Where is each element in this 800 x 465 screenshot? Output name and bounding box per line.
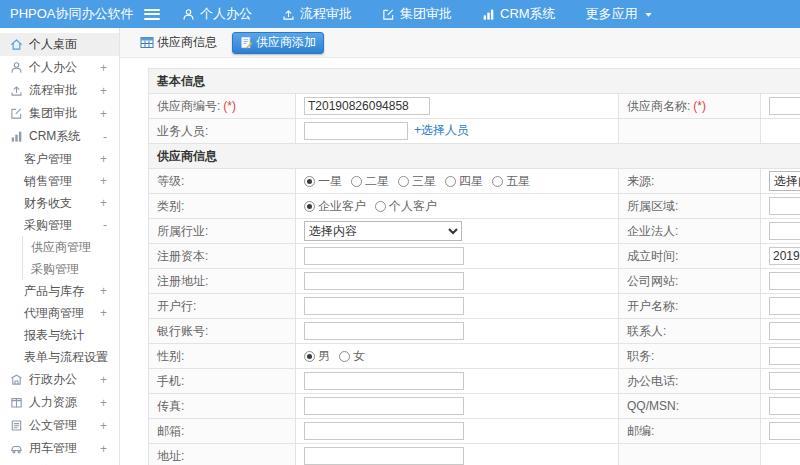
grade-radio-option[interactable]: 二星 bbox=[351, 173, 389, 190]
address-input[interactable] bbox=[304, 447, 464, 465]
radio-icon[interactable] bbox=[339, 351, 350, 362]
top-nav-item[interactable]: 个人办公 bbox=[182, 5, 252, 23]
field-label-cell bbox=[619, 444, 761, 465]
supplier-code-input[interactable] bbox=[304, 97, 430, 115]
form-row: 开户行:开户名称: bbox=[149, 294, 800, 319]
sidebar-item[interactable]: 个人办公+ bbox=[0, 56, 119, 79]
grade-radio-option[interactable]: 五星 bbox=[492, 173, 530, 190]
field-label-cell: 公司网站: bbox=[619, 269, 761, 294]
radio-icon[interactable] bbox=[398, 176, 409, 187]
account-name-input[interactable] bbox=[769, 297, 800, 315]
sidebar-item[interactable]: 表单与流程设置+ bbox=[0, 346, 119, 368]
category-radio-option[interactable]: 企业客户 bbox=[304, 198, 366, 215]
mobile-input[interactable] bbox=[304, 372, 464, 390]
expand-plus-icon[interactable]: + bbox=[100, 61, 107, 75]
sidebar-item-label: 用车管理 bbox=[29, 440, 77, 457]
bank-account-input[interactable] bbox=[304, 322, 464, 340]
sidebar-item[interactable]: 个人桌面 bbox=[0, 33, 119, 56]
radio-icon[interactable] bbox=[445, 176, 456, 187]
expand-plus-icon[interactable]: + bbox=[100, 284, 107, 298]
sidebar-item[interactable]: 报表与统计 bbox=[0, 324, 119, 346]
field-label: 传真: bbox=[157, 399, 184, 413]
expand-plus-icon[interactable]: + bbox=[100, 196, 107, 210]
sidebar-item[interactable]: 客户管理+ bbox=[0, 148, 119, 170]
business-staff-input[interactable] bbox=[304, 122, 408, 140]
registered-capital-input[interactable] bbox=[304, 247, 464, 265]
top-nav-item[interactable]: 集团审批 bbox=[382, 5, 452, 23]
zip-code-input[interactable] bbox=[769, 422, 800, 440]
tab-active[interactable]: 供应商添加 bbox=[232, 32, 324, 54]
office-phone-input[interactable] bbox=[769, 372, 800, 390]
field-label-cell: 开户名称: bbox=[619, 294, 761, 319]
radio-icon[interactable] bbox=[304, 176, 315, 187]
grade-radio-option[interactable]: 一星 bbox=[304, 173, 342, 190]
legal-person-input[interactable] bbox=[769, 222, 800, 240]
top-nav-item[interactable]: 更多应用 bbox=[586, 5, 653, 23]
supplier-form-table: 基本信息供应商编号:(*)供应商名称:(*)业务人员:+选择人员供应商信息等级:… bbox=[148, 68, 800, 465]
expand-plus-icon[interactable]: + bbox=[100, 84, 107, 98]
gender-radio-option[interactable]: 男 bbox=[304, 348, 330, 365]
radio-icon[interactable] bbox=[375, 201, 386, 212]
bank-input[interactable] bbox=[304, 297, 464, 315]
sidebar-item[interactable]: 人力资源+ bbox=[0, 391, 119, 414]
radio-icon[interactable] bbox=[304, 201, 315, 212]
sidebar-item[interactable]: 采购管理- bbox=[0, 214, 119, 236]
expand-plus-icon[interactable]: + bbox=[100, 396, 107, 410]
sidebar-item[interactable]: 采购管理 bbox=[0, 258, 119, 280]
registered-address-input[interactable] bbox=[304, 272, 464, 290]
expand-plus-icon[interactable]: + bbox=[100, 419, 107, 433]
fax-input[interactable] bbox=[304, 397, 464, 415]
sidebar-item[interactable]: 行政办公+ bbox=[0, 368, 119, 391]
grade-radio-option[interactable]: 四星 bbox=[445, 173, 483, 190]
expand-plus-icon[interactable]: + bbox=[100, 350, 107, 364]
sidebar-item[interactable]: 销售管理+ bbox=[0, 170, 119, 192]
form-row: 地址: bbox=[149, 444, 800, 465]
category-radio-option[interactable]: 个人客户 bbox=[375, 198, 437, 215]
supplier-name-input[interactable] bbox=[769, 97, 800, 115]
sidebar-item[interactable]: 公文管理+ bbox=[0, 414, 119, 437]
expand-plus-icon[interactable]: + bbox=[100, 174, 107, 188]
industry-select[interactable]: 选择内容 bbox=[304, 221, 462, 241]
source-select[interactable]: 选择内容 bbox=[769, 171, 800, 191]
sidebar-item[interactable]: 供应商管理 bbox=[0, 236, 119, 258]
tab-item[interactable]: 供应商信息 bbox=[133, 32, 224, 54]
radio-icon[interactable] bbox=[351, 176, 362, 187]
grade-radio-option[interactable]: 三星 bbox=[398, 173, 436, 190]
sidebar-item[interactable]: CRM系统- bbox=[0, 125, 119, 148]
field-input-cell: 企业客户个人客户 bbox=[296, 194, 619, 219]
contact-person-input[interactable] bbox=[769, 322, 800, 340]
expand-plus-icon[interactable]: + bbox=[100, 373, 107, 387]
collapse-minus-icon[interactable]: - bbox=[103, 218, 107, 232]
gender-radio-option[interactable]: 女 bbox=[339, 348, 365, 365]
radio-icon[interactable] bbox=[304, 351, 315, 362]
expand-plus-icon[interactable]: + bbox=[100, 152, 107, 166]
field-input-cell: 选择内容 bbox=[761, 169, 800, 194]
sidebar-item[interactable]: 财务收支+ bbox=[0, 192, 119, 214]
sidebar-item[interactable]: 集团审批+ bbox=[0, 102, 119, 125]
qq-msn-input[interactable] bbox=[769, 397, 800, 415]
sidebar-item[interactable]: 用车管理+ bbox=[0, 437, 119, 460]
company-website-input[interactable] bbox=[769, 272, 800, 290]
sidebar-item[interactable]: 流程审批+ bbox=[0, 79, 119, 102]
sidebar-item[interactable]: 代理商管理+ bbox=[0, 302, 119, 324]
email-input[interactable] bbox=[304, 422, 464, 440]
region-input[interactable] bbox=[769, 197, 800, 215]
menu-toggle-icon[interactable] bbox=[144, 9, 160, 20]
field-input-cell bbox=[761, 244, 800, 269]
expand-plus-icon[interactable]: + bbox=[100, 107, 107, 121]
expand-plus-icon[interactable]: + bbox=[100, 442, 107, 456]
field-label: 成立时间: bbox=[627, 249, 678, 263]
form-row: 注册资本:成立时间: bbox=[149, 244, 800, 269]
sidebar-item[interactable]: 档案管理+ bbox=[0, 460, 119, 465]
collapse-minus-icon[interactable]: - bbox=[103, 130, 107, 144]
founded-date-input[interactable] bbox=[769, 247, 800, 265]
top-nav-item[interactable]: CRM系统 bbox=[482, 5, 556, 23]
field-label: QQ/MSN: bbox=[627, 399, 679, 413]
radio-icon[interactable] bbox=[492, 176, 503, 187]
pick-person-link[interactable]: +选择人员 bbox=[414, 123, 469, 137]
position-input[interactable] bbox=[769, 347, 800, 365]
top-nav-item[interactable]: 流程审批 bbox=[282, 5, 352, 23]
sidebar-item[interactable]: 产品与库存+ bbox=[0, 280, 119, 302]
field-label-cell: 来源: bbox=[619, 169, 761, 194]
expand-plus-icon[interactable]: + bbox=[100, 306, 107, 320]
